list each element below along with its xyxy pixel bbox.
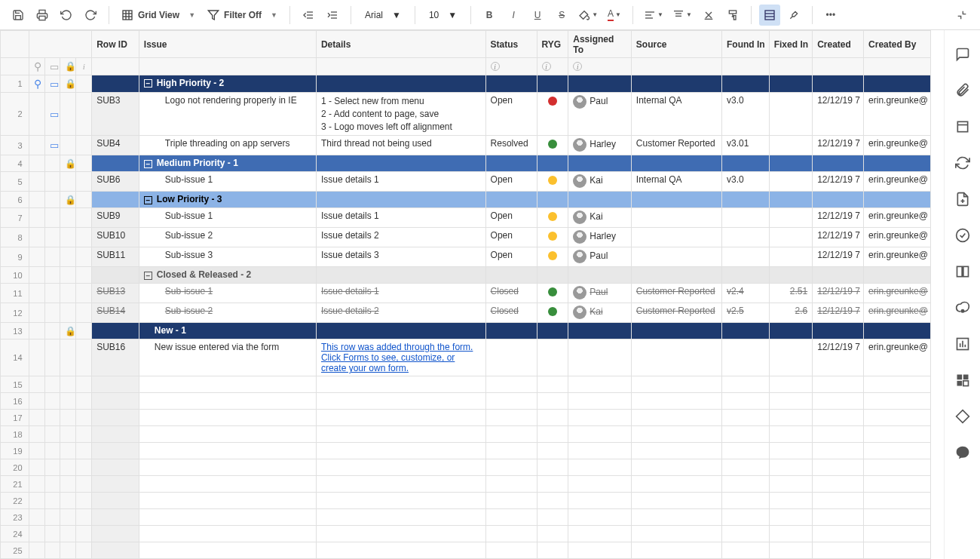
proofs-panel-button[interactable] [954,118,972,136]
fixedin-cell[interactable] [769,93,812,136]
save-button[interactable] [8,5,29,26]
issue-cell[interactable]: Sub-issue 1 [139,172,316,192]
created-cell[interactable]: 12/12/19 7 [813,136,864,155]
indent-button[interactable] [322,5,343,26]
table-row[interactable]: 23 [1,509,931,526]
foundin-cell[interactable]: v3.0 [722,93,770,136]
underline-button[interactable]: U [527,5,548,26]
column-header-details[interactable]: Details [316,31,485,58]
table-row[interactable]: 15 [1,376,931,393]
table-row[interactable]: 5 SUB6 Sub-issue 1 Issue details 1 Open … [1,172,931,192]
ryg-info-icon[interactable]: i [537,58,568,75]
print-button[interactable] [32,5,53,26]
clear-format-button[interactable] [698,5,719,26]
summary-panel-button[interactable] [954,226,972,244]
row-id-cell[interactable]: SUB4 [92,136,139,155]
table-row[interactable]: 7 SUB9 Sub-issue 1 Issue details 1 Open … [1,208,931,228]
table-row[interactable]: 11 SUB13 Sub-issue 1 Issue details 1 Clo… [1,284,931,303]
wrap-text-button[interactable] [759,5,780,26]
table-row[interactable]: 22 [1,493,931,509]
column-header-createdby[interactable]: Created By [864,31,931,58]
table-row[interactable]: 9 SUB11 Sub-issue 3 Issue details 3 Open… [1,247,931,267]
issue-cell[interactable]: Logo not rendering properly in IE [139,93,316,136]
ryg-cell[interactable] [537,93,568,136]
table-row[interactable]: 20 [1,459,931,476]
text-color-button[interactable]: A▼ [604,5,625,26]
column-header-assigned[interactable]: Assigned To [568,31,632,58]
font-selector[interactable]: Arial ▼ [359,5,407,26]
table-row[interactable]: 19 [1,443,931,459]
format-painter-button[interactable] [722,5,743,26]
outdent-button[interactable] [298,5,319,26]
attachments-panel-button[interactable] [954,81,972,100]
section-row-closed[interactable]: 10 −Closed & Released - 2 [1,267,931,284]
fill-color-button[interactable]: ▼ [575,5,601,26]
status-cell[interactable]: Open [485,93,537,136]
section-row-new[interactable]: 13 🔒 New - 1 [1,323,931,339]
column-header-ryg[interactable]: RYG [537,31,568,58]
reports-panel-button[interactable] [954,335,972,353]
forms-panel-button[interactable] [954,263,972,281]
export-panel-button[interactable] [954,190,972,208]
activity-panel-button[interactable] [954,154,972,172]
table-row[interactable]: 8 SUB10 Sub-issue 2 Issue details 2 Open… [1,228,931,247]
column-header-rowid[interactable]: Row ID [92,31,139,58]
comments-panel-button[interactable] [954,45,972,63]
collapse-icon[interactable]: − [144,272,152,280]
source-cell[interactable]: Internal QA [631,93,721,136]
undo-button[interactable] [56,5,77,26]
table-row[interactable]: 25 [1,542,931,559]
status-cell[interactable]: Open [485,172,537,192]
collapse-icon[interactable]: − [144,79,152,88]
table-row[interactable]: 12 SUB14 Sub-issue 2 Issue details 2 Clo… [1,303,931,323]
table-row[interactable]: 16 [1,393,931,410]
foundin-cell[interactable]: v3.01 [722,136,770,155]
assigned-cell[interactable]: Kai [568,172,632,192]
createdby-cell[interactable]: erin.greunke@ [864,136,931,155]
form-link[interactable]: This row was added through the form. Cli… [321,342,473,373]
details-cell[interactable]: 1 - Select new from menu 2 - Add content… [316,93,485,136]
status-info-icon[interactable]: i [485,58,537,75]
table-row[interactable]: 21 [1,476,931,493]
column-header-created[interactable]: Created [813,31,864,58]
align-button[interactable]: ▼ [641,5,666,26]
assigned-cell[interactable]: Paul [568,93,632,136]
section-row-low[interactable]: 6 🔒 −Low Priority - 3 [1,192,931,208]
column-header-fixedin[interactable]: Fixed In [769,31,812,58]
table-row[interactable]: 17 [1,410,931,426]
comment-indicator[interactable]: ▭ [44,75,60,93]
issue-cell[interactable]: Triple threading on app servers [139,136,316,155]
filter-selector[interactable]: Filter Off ▼ [203,5,282,26]
section-row-medium[interactable]: 4 🔒 −Medium Priority - 1 [1,155,931,172]
collapse-toolbar-button[interactable] [951,5,972,26]
attachment-indicator[interactable]: ⚲ [29,75,44,93]
grid-area[interactable]: Row ID Issue Details Status RYG Assigned… [0,30,944,559]
created-cell[interactable]: 12/12/19 7 [813,172,864,192]
italic-button[interactable]: I [503,5,524,26]
dashboard-panel-button[interactable] [954,371,972,389]
resource-panel-button[interactable] [954,407,972,425]
row-id-cell[interactable]: SUB6 [92,172,139,192]
foundin-cell[interactable]: v3.0 [722,172,770,192]
createdby-cell[interactable]: erin.greunke@ [864,93,931,136]
status-cell[interactable]: Resolved [485,136,537,155]
redo-button[interactable] [80,5,101,26]
ryg-cell[interactable] [537,172,568,192]
bold-button[interactable]: B [479,5,500,26]
table-row[interactable]: 14 SUB16 New issue entered via the form … [1,339,931,376]
highlight-button[interactable] [783,5,804,26]
brandfolder-panel-button[interactable] [954,299,972,317]
collapse-icon[interactable]: − [144,196,152,204]
more-button[interactable]: ••• [820,5,841,26]
comment-indicator[interactable]: ▭ [44,136,60,155]
table-row[interactable]: 2 ▭ SUB3 Logo not rendering properly in … [1,93,931,136]
table-row[interactable]: 3 ▭ SUB4 Triple threading on app servers… [1,136,931,155]
source-cell[interactable]: Internal QA [631,172,721,192]
source-cell[interactable]: Customer Reported [631,136,721,155]
section-row-high[interactable]: 1 ⚲ ▭ 🔒 −High Priority - 2 [1,75,931,93]
details-cell[interactable]: Third thread not being used [316,136,485,155]
createdby-cell[interactable]: erin.greunke@ [864,172,931,192]
column-header-source[interactable]: Source [631,31,721,58]
table-row[interactable]: 18 [1,426,931,443]
column-header-issue[interactable]: Issue [139,31,316,58]
